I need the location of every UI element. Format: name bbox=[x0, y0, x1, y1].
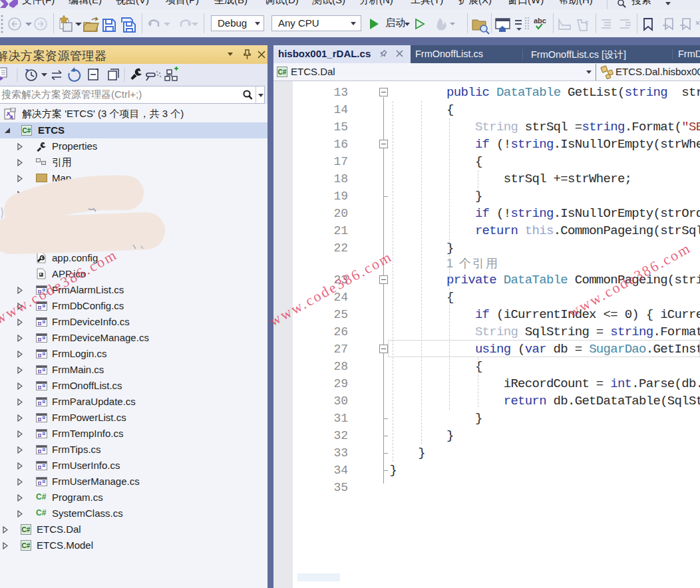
svg-text:abc: abc bbox=[534, 17, 546, 25]
